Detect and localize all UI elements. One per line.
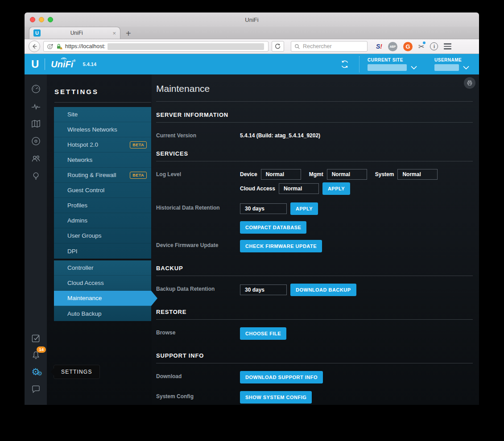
username-redacted-value <box>434 64 459 71</box>
alerts-icon[interactable]: 14 <box>30 350 41 360</box>
icon-rail: 14 ⚙⚙ SETTINGS <box>25 74 47 405</box>
check-firmware-update-button[interactable]: CHECK FIRMWARE UPDATE <box>240 240 322 252</box>
minimize-window-button[interactable] <box>39 17 44 22</box>
titlebar: UniFi <box>25 12 479 27</box>
menu-item-user-groups[interactable]: User Groups <box>54 228 151 243</box>
alerts-count-badge: 14 <box>37 346 46 353</box>
search-bar[interactable]: Rechercher <box>291 41 368 52</box>
reload-icon <box>275 43 281 49</box>
ubiquiti-logo: U <box>31 59 39 70</box>
backup-retention-select[interactable]: 30 days <box>240 284 287 295</box>
clients-icon[interactable] <box>30 153 41 164</box>
statistics-icon[interactable] <box>30 101 41 111</box>
menu-item-cloud-access[interactable]: Cloud Access <box>54 276 151 291</box>
page-info-icon[interactable] <box>47 43 54 50</box>
divider <box>156 122 473 123</box>
gear-icon: ⚙⚙ <box>32 367 40 376</box>
retention-apply-button[interactable]: APPLY <box>290 202 318 215</box>
username-select[interactable] <box>434 64 470 71</box>
adblock-plus-icon[interactable]: ABP <box>388 42 397 51</box>
ghostery-icon[interactable]: G <box>403 42 413 51</box>
new-tab-button[interactable]: + <box>126 29 131 38</box>
download-label: Download <box>156 371 240 379</box>
dotted-divider <box>359 56 359 72</box>
screenshot-tool-icon[interactable]: ✂ <box>418 42 424 51</box>
mgmt-log-level-select[interactable]: Normal <box>327 169 367 180</box>
compact-database-button[interactable]: COMPACT DATABASE <box>240 221 306 234</box>
download-backup-button[interactable]: DOWNLOAD BACKUP <box>290 284 356 296</box>
current-site-select[interactable] <box>368 64 417 71</box>
insights-icon[interactable] <box>30 170 41 181</box>
historical-data-retention-label: Historical Data Retention <box>156 202 240 211</box>
username-block: USERNAME <box>434 58 470 71</box>
section-backup: BACKUP <box>156 265 473 272</box>
url-bar[interactable]: https://localhost: <box>43 41 269 52</box>
wifi-arcs-icon <box>60 56 67 60</box>
addon-s-icon[interactable]: S! <box>376 43 382 50</box>
settings-icon[interactable]: ⚙⚙ SETTINGS <box>30 367 41 377</box>
menu-item-admins[interactable]: Admins <box>54 213 151 228</box>
url-redacted-area <box>107 43 264 50</box>
controller-version: 5.4.14 <box>83 62 97 67</box>
chat-icon[interactable] <box>30 383 41 394</box>
menu-item-site[interactable]: Site <box>54 107 151 122</box>
tab-strip: U UniFi × + <box>25 27 479 39</box>
search-placeholder: Rechercher <box>303 43 332 49</box>
menu-item-wireless-networks[interactable]: Wireless Networks <box>54 122 151 137</box>
zoom-window-button[interactable] <box>48 17 53 22</box>
cloud-access-log-level-select[interactable]: Normal <box>279 183 319 194</box>
download-support-info-button[interactable]: DOWNLOAD SUPPORT INFO <box>240 371 323 383</box>
current-version-value: 5.4.14 (Build: atag_5.4.14_9202) <box>240 130 320 139</box>
menu-item-controller[interactable]: Controller <box>54 260 151 276</box>
page-title: Maintenance <box>156 83 473 94</box>
divider <box>156 319 473 320</box>
backup-data-retention-label: Backup Data Retention <box>156 284 240 292</box>
system-label: System <box>375 171 394 177</box>
beta-badge: BETA <box>130 172 147 179</box>
device-log-level-select[interactable]: Normal <box>261 169 301 180</box>
window-title: UniFi <box>245 16 258 23</box>
menu-item-dpi[interactable]: DPI <box>54 243 151 259</box>
navigation-toolbar: https://localhost: Rechercher S! ABP G ✂… <box>25 39 479 54</box>
back-button[interactable] <box>29 41 40 52</box>
current-site-redacted-value <box>368 64 407 71</box>
menu-item-networks[interactable]: Networks <box>54 152 151 168</box>
menu-item-maintenance[interactable]: Maintenance <box>54 291 151 306</box>
historical-retention-select[interactable]: 30 days <box>240 203 287 214</box>
menu-item-routing-firewall[interactable]: Routing & FirewallBETA <box>54 168 151 183</box>
map-icon[interactable] <box>30 118 41 129</box>
choose-file-button[interactable]: CHOOSE FILE <box>240 327 286 340</box>
events-icon[interactable] <box>30 333 41 343</box>
settings-menu-group-1: Site Wireless Networks Hotspot 2.0BETA N… <box>54 107 151 259</box>
dashboard-icon[interactable] <box>30 83 41 94</box>
log-level-label: Log Level <box>156 169 240 177</box>
browser-window: UniFi U UniFi × + https://localhost: Rec… <box>25 12 479 405</box>
menu-hamburger-icon[interactable] <box>444 43 451 49</box>
divider <box>156 161 473 161</box>
ssl-lock-warning-icon[interactable] <box>56 43 63 50</box>
devices-icon[interactable] <box>30 136 41 146</box>
tab-unifi[interactable]: U UniFi × <box>29 27 120 39</box>
show-system-config-button[interactable]: SHOW SYSTEM CONFIG <box>240 391 312 404</box>
menu-item-hotspot[interactable]: Hotspot 2.0BETA <box>54 137 151 152</box>
device-firmware-update-label: Device Firmware Update <box>156 240 240 248</box>
mgmt-label: Mgmt <box>309 171 323 177</box>
close-window-button[interactable] <box>30 17 35 22</box>
cloud-access-label: Cloud Access <box>240 185 275 192</box>
unifi-app-header: U UniFi® 5.4.14 CURRENT SITE USERNAME <box>25 54 479 74</box>
chevron-down-icon <box>410 66 417 70</box>
toolbar-addon-icons: S! ABP G ✂ i <box>376 42 451 51</box>
refresh-icon[interactable] <box>339 59 350 69</box>
tab-close-icon[interactable]: × <box>112 30 116 37</box>
reload-button[interactable] <box>272 41 284 52</box>
menu-item-profiles[interactable]: Profiles <box>54 198 151 213</box>
menu-item-guest-control[interactable]: Guest Control <box>54 183 151 198</box>
system-log-level-select[interactable]: Normal <box>397 169 438 180</box>
log-level-apply-button[interactable]: APPLY <box>322 182 350 195</box>
section-restore: RESTORE <box>156 309 473 315</box>
tab-title: UniFi <box>44 30 109 36</box>
info-icon[interactable]: i <box>430 42 438 50</box>
menu-item-auto-backup[interactable]: Auto Backup <box>54 306 151 321</box>
app-body: 14 ⚙⚙ SETTINGS SETTINGS Site Wireless Ne… <box>25 74 479 405</box>
print-button[interactable] <box>464 77 475 89</box>
